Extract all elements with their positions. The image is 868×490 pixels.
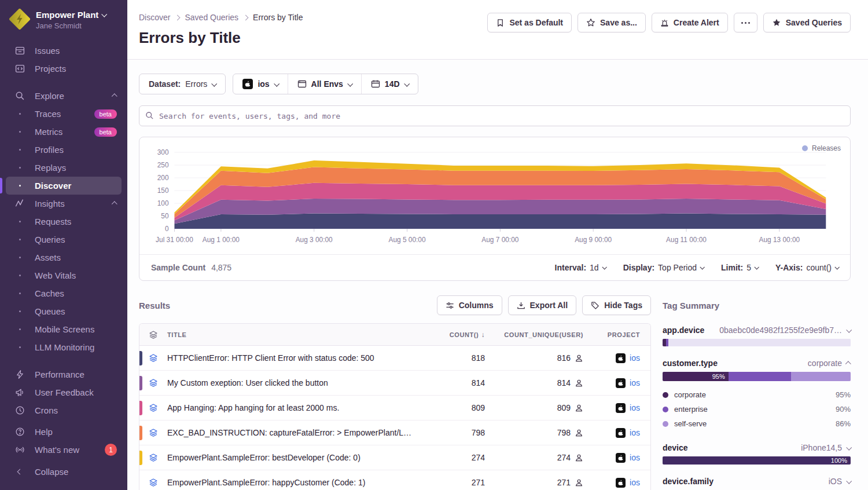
sidebar-item-profiles[interactable]: Profiles	[6, 141, 122, 159]
sidebar-item-insights[interactable]: Insights	[6, 195, 122, 213]
sidebar-item-help[interactable]: Help	[6, 423, 122, 441]
yaxis-selector[interactable]: Y-Axis:count()	[775, 263, 838, 272]
issues-icon	[14, 46, 25, 56]
column-header-count[interactable]: COUNT()↓	[419, 331, 488, 339]
sidebar-item-projects[interactable]: Projects	[6, 60, 122, 78]
sidebar-item-issues[interactable]: Issues	[6, 42, 122, 60]
chart-card: Releases 050100150200250300Jul 31 00:00A…	[139, 137, 851, 281]
project-selector[interactable]: ios	[233, 74, 287, 94]
sidebar-item-llm-monitoring[interactable]: LLM Monitoring	[6, 338, 122, 356]
chevron-right-icon	[175, 15, 181, 21]
row-count-unique: 814	[557, 378, 571, 387]
create-alert-button[interactable]: Create Alert	[652, 13, 728, 32]
export-all-button[interactable]: Export All	[508, 295, 577, 315]
project-link[interactable]: ios	[630, 478, 640, 487]
limit-selector[interactable]: Limit:5	[721, 263, 758, 272]
row-title[interactable]: EXC_BAD_INSTRUCTION: captureFatalError: …	[167, 428, 419, 437]
svg-text:150: 150	[157, 187, 169, 195]
tag-distribution-bar[interactable]: 100%	[663, 456, 851, 465]
sidebar-item-explore[interactable]: Explore	[6, 87, 122, 105]
row-count-unique: 274	[557, 453, 571, 462]
column-header-count-unique[interactable]: COUNT_UNIQUE(USER)	[488, 331, 587, 338]
tag-summary-panel: Tag Summary app.device 0baebc0de4982f125…	[663, 295, 851, 490]
columns-button[interactable]: Columns	[437, 295, 502, 315]
sidebar-collapse-button[interactable]: Collapse	[6, 463, 122, 481]
insights-icon	[14, 199, 25, 209]
sidebar-item-traces[interactable]: Traces beta	[6, 105, 122, 123]
chevron-down-icon	[700, 265, 705, 269]
date-range-selector[interactable]: 14D	[361, 74, 418, 94]
legend-dot-icon	[663, 421, 668, 427]
column-header-project[interactable]: PROJECT	[587, 331, 650, 338]
sidebar-item-queries[interactable]: Queries	[6, 231, 122, 248]
svg-text:0: 0	[165, 225, 169, 233]
tag-legend-item[interactable]: enterprise90%	[663, 402, 851, 416]
breadcrumb-discover[interactable]: Discover	[139, 13, 170, 22]
row-title[interactable]: EmpowerPlant.SampleError: happyCustomer …	[167, 478, 419, 487]
sidebar-item-assets[interactable]: Assets	[6, 248, 122, 266]
tag-distribution-bar[interactable]: 95%	[663, 372, 851, 381]
sidebar-item-requests[interactable]: Requests	[6, 213, 122, 231]
table-row[interactable]: HTTPClientError: HTTP Client Error with …	[139, 346, 650, 371]
discover-chart-svg[interactable]: 050100150200250300Jul 31 00:00Aug 1 00:0…	[143, 143, 842, 252]
breadcrumb-saved-queries[interactable]: Saved Queries	[185, 13, 238, 22]
table-row[interactable]: App Hanging: App hanging for at least 20…	[139, 396, 650, 420]
hide-tags-button[interactable]: Hide Tags	[582, 295, 651, 315]
legend-dot-icon	[663, 407, 668, 412]
row-title[interactable]: HTTPClientError: HTTP Client Error with …	[167, 353, 419, 363]
sidebar-item-mobile-screens[interactable]: Mobile Screens	[6, 320, 122, 338]
beta-badge: beta	[94, 109, 117, 119]
table-row[interactable]: EmpowerPlant.SampleError: happyCustomer …	[139, 470, 650, 490]
table-row[interactable]: EXC_BAD_INSTRUCTION: captureFatalError: …	[139, 420, 650, 445]
display-selector[interactable]: Display:Top Period	[623, 263, 704, 272]
sidebar-item-crons[interactable]: Crons	[6, 401, 122, 419]
releases-legend[interactable]: Releases	[802, 144, 841, 152]
org-switcher[interactable]: Empower Plant Jane Schmidt	[0, 0, 127, 42]
layers-icon	[149, 353, 158, 363]
sidebar-item-performance[interactable]: Performance	[6, 365, 122, 383]
sliders-icon	[446, 301, 454, 310]
tag-legend-item[interactable]: self-serve86%	[663, 416, 851, 431]
tag-header[interactable]: device.family iOS	[663, 477, 851, 486]
interval-selector[interactable]: Interval:1d	[555, 263, 606, 272]
row-title[interactable]: My Custom exeption: User clicked the but…	[167, 378, 419, 387]
layers-icon	[149, 403, 158, 412]
search-input[interactable]	[139, 105, 851, 126]
tag-header[interactable]: app.device 0baebc0de4982f1255f2e9e9fb7…	[663, 326, 851, 335]
chevron-right-icon	[243, 15, 249, 21]
row-title[interactable]: App Hanging: App hanging for at least 20…	[167, 403, 419, 412]
tag-legend-item[interactable]: corporate95%	[663, 387, 851, 402]
row-count: 814	[419, 378, 488, 387]
project-link[interactable]: ios	[630, 353, 640, 363]
sidebar-item-replays[interactable]: Replays	[6, 159, 122, 177]
sidebar-item-whats-new[interactable]: What's new 1	[6, 441, 122, 456]
dataset-selector[interactable]: Dataset: Errors	[139, 74, 226, 94]
project-link[interactable]: ios	[630, 378, 640, 387]
tag-header[interactable]: device iPhone14,5	[663, 443, 851, 452]
tag-distribution-bar[interactable]	[663, 339, 851, 346]
table-row[interactable]: My Custom exeption: User clicked the but…	[139, 371, 650, 396]
row-count: 274	[419, 453, 488, 462]
user-icon	[575, 354, 583, 363]
project-link[interactable]: ios	[630, 453, 640, 462]
sidebar-item-caches[interactable]: Caches	[6, 284, 122, 302]
project-link[interactable]: ios	[630, 428, 640, 437]
sidebar-item-metrics[interactable]: Metrics beta	[6, 123, 122, 141]
table-row[interactable]: EmpowerPlant.SampleError: bestDeveloper …	[139, 445, 650, 470]
sidebar-item-user-feedback[interactable]: User Feedback	[6, 383, 122, 401]
set-as-default-button[interactable]: Set as Default	[487, 13, 572, 32]
chevron-down-icon	[834, 265, 839, 269]
project-link[interactable]: ios	[630, 403, 640, 412]
environment-selector[interactable]: All Envs	[288, 74, 361, 94]
sidebar-item-queues[interactable]: Queues	[6, 302, 122, 320]
star-icon	[586, 18, 595, 27]
save-as-button[interactable]: Save as...	[578, 13, 646, 32]
saved-queries-button[interactable]: Saved Queries	[763, 13, 851, 32]
user-icon	[575, 454, 583, 462]
row-title[interactable]: EmpowerPlant.SampleError: bestDeveloper …	[167, 453, 419, 462]
column-header-title[interactable]: TITLE	[167, 331, 419, 338]
tag-header[interactable]: customer.type corporate	[663, 359, 851, 368]
sidebar-item-discover[interactable]: Discover	[6, 177, 122, 195]
sidebar-item-web-vitals[interactable]: Web Vitals	[6, 266, 122, 284]
more-options-button[interactable]	[734, 13, 757, 32]
